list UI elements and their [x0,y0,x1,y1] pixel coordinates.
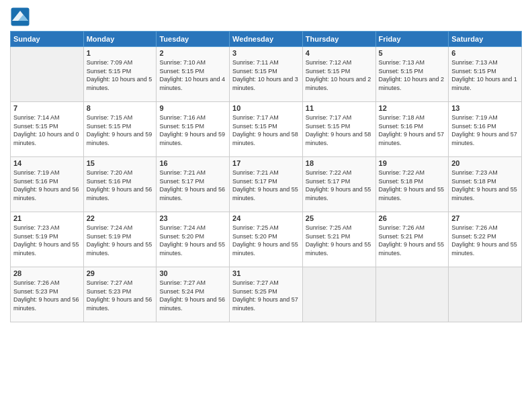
day-detail: Sunrise: 7:22 AMSunset: 5:17 PMDaylight:… [306,169,373,202]
day-number: 14 [13,159,81,167]
day-number: 30 [159,269,226,277]
calendar-cell: 14Sunrise: 7:19 AMSunset: 5:16 PMDayligh… [11,157,84,212]
calendar-cell: 2Sunrise: 7:10 AMSunset: 5:15 PMDaylight… [157,47,230,102]
calendar-cell: 16Sunrise: 7:21 AMSunset: 5:17 PMDayligh… [157,157,230,212]
day-detail: Sunrise: 7:26 AMSunset: 5:21 PMDaylight:… [379,224,446,257]
day-detail: Sunrise: 7:13 AMSunset: 5:15 PMDaylight:… [379,58,446,92]
day-number: 31 [232,269,300,277]
calendar-cell: 6Sunrise: 7:13 AMSunset: 5:15 PMDaylight… [449,47,522,102]
calendar-cell: 7Sunrise: 7:14 AMSunset: 5:15 PMDaylight… [11,102,84,157]
day-number: 15 [87,159,154,167]
day-number: 21 [13,214,81,222]
day-number: 6 [451,49,519,57]
week-row-5: 28Sunrise: 7:26 AMSunset: 5:23 PMDayligh… [11,267,522,322]
day-number: 18 [306,159,373,167]
day-detail: Sunrise: 7:26 AMSunset: 5:22 PMDaylight:… [451,224,519,257]
calendar-cell: 21Sunrise: 7:23 AMSunset: 5:19 PMDayligh… [11,212,84,267]
day-number: 10 [232,104,300,112]
calendar-cell: 30Sunrise: 7:27 AMSunset: 5:24 PMDayligh… [157,267,230,322]
day-detail: Sunrise: 7:09 AMSunset: 5:15 PMDaylight:… [87,58,154,92]
day-number: 3 [232,49,300,57]
calendar-cell [449,267,522,322]
calendar-cell [375,267,449,322]
day-detail: Sunrise: 7:23 AMSunset: 5:18 PMDaylight:… [451,169,519,202]
day-number: 5 [379,49,446,57]
header-day-sunday: Sunday [11,32,84,47]
week-row-3: 14Sunrise: 7:19 AMSunset: 5:16 PMDayligh… [11,157,522,212]
day-detail: Sunrise: 7:24 AMSunset: 5:20 PMDaylight:… [159,224,226,257]
calendar-cell: 25Sunrise: 7:25 AMSunset: 5:21 PMDayligh… [302,212,375,267]
calendar-cell: 9Sunrise: 7:16 AMSunset: 5:15 PMDaylight… [157,102,230,157]
header-day-saturday: Saturday [449,32,522,47]
day-number: 27 [451,214,519,222]
day-number: 9 [159,104,226,112]
calendar-cell: 23Sunrise: 7:24 AMSunset: 5:20 PMDayligh… [157,212,230,267]
day-detail: Sunrise: 7:13 AMSunset: 5:15 PMDaylight:… [451,58,519,92]
day-number: 25 [306,214,373,222]
day-detail: Sunrise: 7:20 AMSunset: 5:16 PMDaylight:… [87,169,154,202]
calendar-cell: 1Sunrise: 7:09 AMSunset: 5:15 PMDaylight… [83,47,157,102]
header [10,7,522,27]
day-number: 29 [87,269,154,277]
day-number: 11 [306,104,373,112]
calendar-cell: 29Sunrise: 7:27 AMSunset: 5:23 PMDayligh… [83,267,157,322]
calendar-cell: 27Sunrise: 7:26 AMSunset: 5:22 PMDayligh… [449,212,522,267]
day-number: 19 [379,159,446,167]
day-number: 26 [379,214,446,222]
calendar-cell: 11Sunrise: 7:17 AMSunset: 5:15 PMDayligh… [302,102,375,157]
calendar-cell: 28Sunrise: 7:26 AMSunset: 5:23 PMDayligh… [11,267,84,322]
header-day-friday: Friday [375,32,449,47]
day-number: 7 [13,104,81,112]
day-detail: Sunrise: 7:14 AMSunset: 5:15 PMDaylight:… [13,113,81,147]
day-number: 24 [232,214,300,222]
day-number: 1 [87,49,154,57]
day-number: 13 [451,104,519,112]
day-detail: Sunrise: 7:23 AMSunset: 5:19 PMDaylight:… [13,224,81,257]
day-detail: Sunrise: 7:10 AMSunset: 5:15 PMDaylight:… [159,58,226,92]
day-detail: Sunrise: 7:26 AMSunset: 5:23 PMDaylight:… [13,279,81,312]
day-detail: Sunrise: 7:17 AMSunset: 5:15 PMDaylight:… [232,113,300,147]
logo-icon [10,7,30,27]
day-number: 20 [451,159,519,167]
day-detail: Sunrise: 7:24 AMSunset: 5:19 PMDaylight:… [87,224,154,257]
day-detail: Sunrise: 7:19 AMSunset: 5:16 PMDaylight:… [13,169,81,202]
day-number: 16 [159,159,226,167]
week-row-2: 7Sunrise: 7:14 AMSunset: 5:15 PMDaylight… [11,102,522,157]
day-detail: Sunrise: 7:22 AMSunset: 5:18 PMDaylight:… [379,169,446,202]
day-detail: Sunrise: 7:27 AMSunset: 5:24 PMDaylight:… [159,279,226,312]
day-number: 17 [232,159,300,167]
calendar-cell: 19Sunrise: 7:22 AMSunset: 5:18 PMDayligh… [375,157,449,212]
calendar-cell: 8Sunrise: 7:15 AMSunset: 5:15 PMDaylight… [83,102,157,157]
logo [10,7,33,27]
day-detail: Sunrise: 7:11 AMSunset: 5:15 PMDaylight:… [232,58,300,92]
calendar-cell: 12Sunrise: 7:18 AMSunset: 5:16 PMDayligh… [375,102,449,157]
day-detail: Sunrise: 7:25 AMSunset: 5:20 PMDaylight:… [232,224,300,257]
calendar-cell [302,267,375,322]
day-detail: Sunrise: 7:27 AMSunset: 5:25 PMDaylight:… [232,279,300,312]
day-number: 23 [159,214,226,222]
week-row-4: 21Sunrise: 7:23 AMSunset: 5:19 PMDayligh… [11,212,522,267]
calendar-cell: 17Sunrise: 7:21 AMSunset: 5:17 PMDayligh… [230,157,303,212]
day-detail: Sunrise: 7:17 AMSunset: 5:15 PMDaylight:… [306,113,373,147]
header-row: SundayMondayTuesdayWednesdayThursdayFrid… [11,32,522,47]
day-detail: Sunrise: 7:27 AMSunset: 5:23 PMDaylight:… [87,279,154,312]
day-number: 2 [159,49,226,57]
day-number: 4 [306,49,373,57]
day-number: 12 [379,104,446,112]
calendar-cell: 18Sunrise: 7:22 AMSunset: 5:17 PMDayligh… [302,157,375,212]
day-number: 8 [87,104,154,112]
calendar-cell: 22Sunrise: 7:24 AMSunset: 5:19 PMDayligh… [83,212,157,267]
calendar-cell: 13Sunrise: 7:19 AMSunset: 5:16 PMDayligh… [449,102,522,157]
day-detail: Sunrise: 7:12 AMSunset: 5:15 PMDaylight:… [306,58,373,92]
day-detail: Sunrise: 7:21 AMSunset: 5:17 PMDaylight:… [232,169,300,202]
day-number: 22 [87,214,154,222]
header-day-tuesday: Tuesday [157,32,230,47]
day-number: 28 [13,269,81,277]
calendar-cell: 24Sunrise: 7:25 AMSunset: 5:20 PMDayligh… [230,212,303,267]
calendar-cell: 20Sunrise: 7:23 AMSunset: 5:18 PMDayligh… [449,157,522,212]
day-detail: Sunrise: 7:18 AMSunset: 5:16 PMDaylight:… [379,113,446,147]
header-day-monday: Monday [83,32,157,47]
calendar-cell: 31Sunrise: 7:27 AMSunset: 5:25 PMDayligh… [230,267,303,322]
calendar-page: SundayMondayTuesdayWednesdayThursdayFrid… [0,0,532,411]
calendar-cell: 26Sunrise: 7:26 AMSunset: 5:21 PMDayligh… [375,212,449,267]
